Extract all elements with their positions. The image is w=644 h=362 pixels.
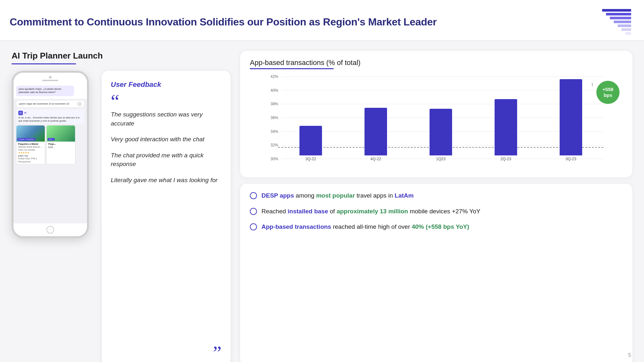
grid-label-40: 40% [266,88,278,93]
stat-highlight-latam: LatAm [395,192,414,199]
svg-point-0 [79,103,80,105]
left-section-title: AI Trip Planner Launch [12,51,231,61]
send-icon [78,102,81,106]
stat-highlight-40pct: 40% (+558 bps YoY) [412,223,469,230]
stat-reached: Reached [261,208,288,215]
bar-group-2q23: 2Q-23 [495,99,517,161]
ai-icon [18,111,23,115]
feedback-title: User Feedback [111,80,222,89]
package-detail-1a: Saliendo desde Buenos ... [18,145,43,148]
stat-of: of [330,208,336,215]
grid-label-36: 36% [266,116,278,120]
feedback-text-1: The suggestions section was very accurat… [111,110,222,128]
chart-area: 42% 40% 38% 36% [250,74,623,171]
grid-label-32: 32% [266,143,278,147]
package-price-1: $ 887.752 [18,155,43,157]
bars-container: 3Q-22 4Q-22 1Q23 2Q-23 [278,74,603,161]
stat-mobile: mobile devices +27% YoY [410,208,480,215]
phone-top-bar [14,73,87,83]
bar-label-4q22: 4Q-22 [370,157,381,161]
stat-highlight-desp: DESP apps [261,192,294,199]
logo-bar-2 [606,13,631,15]
bar-label-3q22: 3Q-22 [305,157,316,161]
stat-bullet-2 [250,208,257,215]
feedback-card: User Feedback “ The suggestions section … [102,71,231,362]
stat-item-2: Reached installed base of approximately … [250,207,623,216]
left-section: AI Trip Planner Launch para ayudarte mej… [12,51,231,362]
bar-4q22 [365,108,387,155]
logo-bar-4 [614,21,631,23]
package-name-1: Paquetes a Miami [18,143,43,145]
badge-line1: +558 [602,87,613,92]
stat-text-2: Reached installed base of approximately … [261,207,480,216]
logo [602,9,631,35]
stat-text-1: DESP apps among most popular travel apps… [261,191,414,200]
ai-response-header: AI [18,111,82,115]
grid-label-30: 30% [266,157,278,161]
bar-3q23 [560,79,582,155]
phone-speaker [42,80,58,81]
package-img-2: 6 D... [47,125,75,142]
logo-bar-5 [618,24,631,27]
page-number: 5 [628,352,631,358]
feedback-item-2: Very good interaction with the chat [111,135,222,144]
stat-item-1: DESP apps among most popular travel apps… [250,191,623,200]
feedback-item-3: The chat provided me with a quick respon… [111,151,222,169]
phone-container: para ayudarte mejor. ¿Cuándo tienes plan… [12,71,95,362]
right-section: App-based transactions (% of total) 42% … [240,51,632,362]
stat-bullet-3 [250,223,257,230]
package-badge-1: 6 Días / 5 Noches [17,138,35,141]
feedback-item-1: The suggestions section was very accurat… [111,110,222,128]
svg-rect-1 [19,112,22,114]
logo-bar-1 [602,9,631,12]
stat-travel: travel apps in [356,192,394,199]
main-content: AI Trip Planner Launch para ayudarte mej… [0,41,644,362]
home-btn-circle [46,226,54,234]
package-price-2: $ 89... [48,146,73,148]
bar-label-1q23: 1Q23 [436,157,445,161]
badge-line2: bps [604,92,612,98]
header: Commitment to Continuous Innovation Soli… [0,0,644,41]
bar-label-2q23: 2Q-23 [500,157,511,161]
bar-group-3q22: 3Q-22 [299,126,322,161]
package-info-2: Paqu... $ 89... [47,142,75,149]
phone-home-button [14,223,87,236]
stat-item-3: App-based transactions reached all-time … [250,223,623,231]
stat-text-3: App-based transactions reached all-time … [261,223,469,231]
logo-bar-7 [625,32,631,35]
feedback-item-4: Literally gave me what I was looking for [111,176,222,185]
package-img-1: 6 Días / 5 Noches [16,125,45,142]
stat-reached2: reached all-time high of over [333,223,412,230]
ai-label: AI [24,112,26,114]
stat-highlight-popular: most popular [316,192,355,199]
chart-title-normal: (% of total) [324,59,360,67]
chart-title: App-based transactions (% of total) [250,59,623,67]
stat-bullet-1 [250,192,257,199]
page-title: Commitment to Continuous Innovation Soli… [10,16,437,28]
quote-close: ” [111,350,222,356]
package-cards: 6 Días / 5 Noches Paquetes a Miami Salie… [16,125,84,164]
bar-group-1q23: 1Q23 [430,109,452,161]
feedback-text-4: Literally gave me what I was looking for [111,176,222,185]
chat-messages: para ayudarte mejor. ¿Cuándo tienes plan… [14,83,87,99]
grid-label-42: 42% [266,74,278,79]
package-name-2: Paqu... [48,143,73,145]
bar-2q23 [495,99,517,155]
phone-mockup: para ayudarte mejor. ¿Cuándo tienes plan… [12,71,89,238]
bar-group-4q22: 4Q-22 [365,108,387,161]
chart-card: App-based transactions (% of total) 42% … [240,51,632,177]
grid-label-38: 38% [266,102,278,106]
up-arrow-icon: ↑ [591,81,594,88]
chat-bubble-1: para ayudarte mejor. ¿Cuándo tienes plan… [16,86,74,96]
grid-label-34: 34% [266,129,278,134]
feedback-text-3: The chat provided me with a quick respon… [111,151,222,169]
bar-3q22 [299,126,322,155]
package-detail-1b: Vuelo con escalas [18,148,43,151]
logo-bar-3 [610,17,631,19]
chat-input-row[interactable]: quiero viajar del noviembre 15 al noviem… [16,100,84,108]
package-info-1: Paquetes a Miami Saliendo desde Buenos .… [16,142,45,164]
chart-title-underline [250,68,334,69]
phone-screen: para ayudarte mejor. ¿Cuándo tienes plan… [14,83,87,223]
ai-response: AI A ver, a ver... Encontré estas oferta… [16,109,84,124]
stats-card: DESP apps among most popular travel apps… [240,184,632,362]
